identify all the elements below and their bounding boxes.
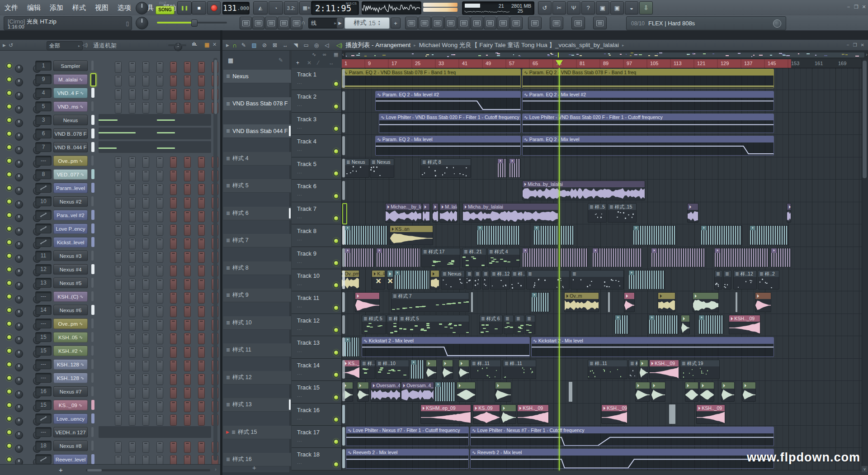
- playlist-clip[interactable]: ≣: [723, 270, 731, 290]
- track-header[interactable]: Track 1⋯: [292, 68, 342, 90]
- playlist-clip[interactable]: ⏵ KSH.._09: [601, 404, 627, 424]
- channel-pan-knob[interactable]: [15, 323, 23, 331]
- track-header[interactable]: Track 17⋯: [292, 426, 342, 448]
- picker-item[interactable]: ≣样式 11: [223, 343, 291, 357]
- tempo-display[interactable]: 131.000: [222, 2, 250, 14]
- app-close-button[interactable]: ✕: [861, 4, 867, 10]
- track-color-bar[interactable]: [342, 449, 345, 468]
- playlist-clip[interactable]: ≣ 样: [628, 360, 638, 379]
- playlist-clip[interactable]: ⏵: [509, 158, 521, 178]
- playlist-clip[interactable]: ≣ 样..5: [387, 315, 398, 334]
- playlist-clip[interactable]: ⏵: [430, 270, 439, 290]
- step-cell[interactable]: [170, 62, 177, 73]
- utility-tool-2-button[interactable]: [571, 17, 585, 29]
- step-cell[interactable]: [115, 414, 122, 426]
- rack-hscroll-handle[interactable]: [87, 469, 102, 471]
- playlist-clip[interactable]: ⏵ Micha..by_lalalai: [522, 180, 645, 200]
- playlist-clip[interactable]: ≣ 样..12: [490, 270, 510, 290]
- trash-icon[interactable]: ▯: [126, 20, 129, 27]
- channel-pan-knob[interactable]: [15, 200, 23, 209]
- playlist-minimize-button[interactable]: −: [847, 43, 849, 48]
- step-cell[interactable]: [142, 224, 149, 236]
- picker-item[interactable]: ≣VND Bass Stab 044 F: [223, 124, 291, 138]
- playlist-scroll-down-button[interactable]: ∨: [862, 466, 868, 472]
- track-enable-led[interactable]: [333, 305, 339, 311]
- paint-tool-icon[interactable]: ▨: [250, 42, 258, 48]
- channel-pan-knob[interactable]: [15, 282, 23, 290]
- track-header[interactable]: Track 7⋯: [292, 202, 342, 224]
- playlist-clip[interactable]: ⏵: [376, 248, 420, 267]
- step-cell[interactable]: [198, 211, 205, 222]
- channel-pan-knob[interactable]: [15, 160, 23, 168]
- step-cell[interactable]: [170, 319, 177, 331]
- step-cell[interactable]: [170, 414, 177, 426]
- step-cell[interactable]: [129, 197, 136, 209]
- spinner-icons[interactable]: ▲▼: [378, 20, 381, 26]
- step-cell[interactable]: [142, 360, 149, 371]
- transport-option-1[interactable]: ◔: [269, 1, 283, 14]
- channel-number[interactable]: 9: [35, 74, 52, 84]
- channel-button[interactable]: Ove..pm∿: [53, 318, 88, 329]
- playlist-clip[interactable]: ⏵: [651, 248, 705, 267]
- step-cell[interactable]: [156, 374, 163, 385]
- step-cell[interactable]: [198, 157, 205, 168]
- playlist-clip[interactable]: ≣ 样..10: [376, 360, 409, 379]
- track-color-bar[interactable]: [342, 271, 345, 289]
- track-enable-led[interactable]: [333, 126, 339, 132]
- piano-roll-icon-button[interactable]: [240, 17, 252, 29]
- step-cell[interactable]: [115, 211, 122, 222]
- channel-selector[interactable]: [91, 278, 94, 288]
- channel-selector[interactable]: [91, 169, 94, 179]
- step-cell[interactable]: [156, 279, 163, 290]
- track-options-dots[interactable]: ⋯: [297, 461, 302, 466]
- channel-selector[interactable]: [91, 251, 94, 261]
- track-header[interactable]: Track 11⋯: [292, 291, 342, 314]
- playlist-clip[interactable]: ⏵: [344, 225, 388, 245]
- playlist-clip[interactable]: ⏵: [410, 360, 425, 379]
- channel-pan-knob[interactable]: [15, 309, 23, 317]
- channel-button[interactable]: KS.._09∿: [53, 400, 88, 410]
- channel-pan-knob[interactable]: [15, 418, 23, 426]
- playlist-clip[interactable]: ⏵ KSH.._09: [729, 315, 760, 334]
- playlist-clip[interactable]: ⏵: [355, 292, 380, 312]
- step-cell[interactable]: [184, 292, 191, 304]
- track-header[interactable]: Track 5⋯: [292, 157, 342, 180]
- utility-tool-3-button[interactable]: [593, 17, 607, 29]
- step-cell[interactable]: [156, 184, 163, 195]
- playlist-clip[interactable]: ∿ Param. EQ 2 - Mix level: [522, 136, 774, 155]
- playlist-clip[interactable]: ≣ 样..10: [360, 360, 375, 379]
- step-cell[interactable]: [115, 252, 122, 263]
- step-cell[interactable]: [115, 197, 122, 209]
- step-cell[interactable]: [115, 184, 122, 195]
- help-icon-button[interactable]: ?: [581, 1, 595, 14]
- playlist-clip[interactable]: ⏵: [624, 292, 635, 312]
- step-cell[interactable]: [184, 265, 191, 276]
- track-enable-led[interactable]: [333, 282, 339, 288]
- track-header[interactable]: Track 3⋯: [292, 113, 342, 135]
- playlist-clip[interactable]: ∿ Reeverb 2 - Mix level: [470, 449, 774, 468]
- track-enable-led[interactable]: [333, 148, 339, 154]
- track-options-dots[interactable]: ⋯: [297, 147, 302, 153]
- playlist-clip[interactable]: ∿ Param. EQ 2 - VND Bass Stab 078 F - Ba…: [342, 69, 521, 88]
- playlist-clip[interactable]: ∿ Param. EQ 2 - Mix level: [375, 136, 521, 155]
- channel-number[interactable]: 12: [35, 264, 52, 274]
- channel-mute-led[interactable]: [6, 144, 12, 150]
- channel-mute-led[interactable]: [6, 375, 12, 381]
- channel-filter-select[interactable]: 全部▸: [47, 41, 83, 50]
- channel-pan-knob[interactable]: [15, 214, 23, 222]
- channel-number[interactable]: 8: [35, 169, 52, 179]
- track-header[interactable]: Track 16⋯: [292, 404, 342, 426]
- channel-number[interactable]: 5: [35, 101, 52, 111]
- step-cell[interactable]: [129, 75, 136, 86]
- step-cell[interactable]: [156, 360, 163, 371]
- channel-pan-knob[interactable]: [15, 65, 23, 73]
- playlist-clip[interactable]: ≣ 样式 19: [680, 360, 720, 379]
- step-cell[interactable]: [142, 157, 149, 168]
- pause-button[interactable]: ❚❚: [177, 1, 192, 14]
- touch-icon-button[interactable]: [290, 17, 302, 29]
- step-cell[interactable]: [142, 102, 149, 114]
- playlist-clip[interactable]: ⏵: [701, 225, 742, 245]
- channel-mute-led[interactable]: [6, 117, 12, 123]
- select-tool-icon[interactable]: ▭: [302, 42, 310, 48]
- playlist-clip[interactable]: ⏵ Micha..by_lalalai: [462, 203, 558, 223]
